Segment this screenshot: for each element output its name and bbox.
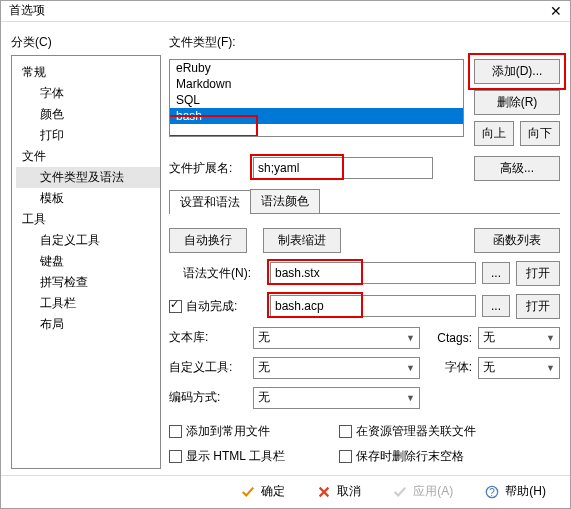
tab-settings[interactable]: 设置和语法 [169, 190, 251, 214]
tree-item[interactable]: 工具 [16, 209, 160, 230]
tree-item[interactable]: 工具栏 [16, 293, 160, 314]
help-button[interactable]: ? 帮助(H) [479, 479, 552, 504]
check-icon [241, 485, 255, 499]
filetype-label: 文件类型(F): [169, 34, 560, 51]
filetype-buttons: 添加(D)... 删除(R) 向上 向下 [474, 59, 560, 146]
func-list-button[interactable]: 函数列表 [474, 228, 560, 253]
tabs: 设置和语法 语法颜色 [169, 189, 560, 214]
browse-autocomplete-button[interactable]: ... [482, 295, 510, 317]
close-icon[interactable]: ✕ [550, 3, 562, 19]
titlebar: 首选项 ✕ [1, 1, 570, 22]
category-tree[interactable]: 常规字体颜色打印文件文件类型及语法模板工具自定义工具键盘拼写检查工具栏布局 [11, 55, 161, 469]
move-up-button[interactable]: 向上 [474, 121, 514, 146]
chevron-down-icon: ▼ [406, 363, 415, 373]
ctags-label: Ctags: [426, 331, 472, 345]
tree-item[interactable]: 模板 [16, 188, 160, 209]
tree-item[interactable]: 打印 [16, 125, 160, 146]
category-column: 分类(C) 常规字体颜色打印文件文件类型及语法模板工具自定义工具键盘拼写检查工具… [11, 34, 161, 469]
encoding-label: 编码方式: [169, 389, 247, 406]
cb-strip-trailing[interactable] [339, 450, 352, 463]
chevron-down-icon: ▼ [546, 333, 555, 343]
filetype-list[interactable]: eRubyMarkdownSQLbash [169, 59, 464, 137]
tree-item[interactable]: 文件 [16, 146, 160, 167]
tree-item[interactable]: 文件类型及语法 [16, 167, 160, 188]
chevron-down-icon: ▼ [406, 333, 415, 343]
cb-html-toolbar[interactable] [169, 450, 182, 463]
tab-pane-settings: 自动换行 制表缩进 函数列表 语法文件(N): ... 打开 [169, 220, 560, 469]
filetype-item[interactable]: bash [170, 108, 463, 124]
tree-item[interactable]: 字体 [16, 83, 160, 104]
autocomplete-label: 自动完成: [186, 298, 237, 315]
chevron-down-icon: ▼ [406, 393, 415, 403]
syntax-file-input[interactable] [270, 262, 476, 284]
font-label: 字体: [426, 359, 472, 376]
tree-item[interactable]: 拼写检查 [16, 272, 160, 293]
apply-button: 应用(A) [387, 479, 459, 504]
textlib-select[interactable]: 无▼ [253, 327, 420, 349]
syntax-file-label: 语法文件(N): [169, 265, 264, 282]
filetype-item[interactable]: eRuby [170, 60, 463, 76]
customtool-label: 自定义工具: [169, 359, 247, 376]
add-button[interactable]: 添加(D)... [474, 59, 560, 84]
filetype-item[interactable]: Markdown [170, 76, 463, 92]
cancel-button[interactable]: 取消 [311, 479, 367, 504]
tree-item[interactable]: 键盘 [16, 251, 160, 272]
ext-label: 文件扩展名: [169, 160, 247, 177]
tab-indent-button[interactable]: 制表缩进 [263, 228, 341, 253]
open-autocomplete-button[interactable]: 打开 [516, 294, 560, 319]
filetype-item[interactable]: SQL [170, 92, 463, 108]
cb-add-common[interactable] [169, 425, 182, 438]
advanced-button[interactable]: 高级... [474, 156, 560, 181]
tree-item[interactable]: 颜色 [16, 104, 160, 125]
x-icon [317, 485, 331, 499]
settings-column: 文件类型(F): eRubyMarkdownSQLbash 添加(D)... 删… [169, 34, 560, 469]
auto-wrap-button[interactable]: 自动换行 [169, 228, 247, 253]
check-icon [393, 485, 407, 499]
category-label: 分类(C) [11, 34, 161, 51]
tree-item[interactable]: 自定义工具 [16, 230, 160, 251]
browse-syntax-button[interactable]: ... [482, 262, 510, 284]
chevron-down-icon: ▼ [546, 363, 555, 373]
tree-item[interactable]: 常规 [16, 62, 160, 83]
window-title: 首选项 [9, 2, 45, 19]
font-select[interactable]: 无▼ [478, 357, 560, 379]
dialog-body: 分类(C) 常规字体颜色打印文件文件类型及语法模板工具自定义工具键盘拼写检查工具… [1, 22, 570, 475]
delete-button[interactable]: 删除(R) [474, 90, 560, 115]
cb-explorer-assoc[interactable] [339, 425, 352, 438]
autocomplete-file-input[interactable] [270, 295, 476, 317]
open-syntax-button[interactable]: 打开 [516, 261, 560, 286]
customtool-select[interactable]: 无▼ [253, 357, 420, 379]
help-icon: ? [485, 485, 499, 499]
autocomplete-checkbox[interactable] [169, 300, 182, 313]
dialog-footer: 确定 取消 应用(A) ? 帮助(H) [1, 475, 570, 509]
tree-item[interactable]: 布局 [16, 314, 160, 335]
textlib-label: 文本库: [169, 329, 247, 346]
ok-button[interactable]: 确定 [235, 479, 291, 504]
svg-text:?: ? [489, 485, 495, 497]
ext-input[interactable] [253, 157, 433, 179]
tab-syntax-color[interactable]: 语法颜色 [250, 189, 320, 213]
encoding-select[interactable]: 无▼ [253, 387, 420, 409]
preferences-window: 首选项 ✕ 分类(C) 常规字体颜色打印文件文件类型及语法模板工具自定义工具键盘… [0, 0, 571, 509]
ctags-select[interactable]: 无▼ [478, 327, 560, 349]
move-down-button[interactable]: 向下 [520, 121, 560, 146]
